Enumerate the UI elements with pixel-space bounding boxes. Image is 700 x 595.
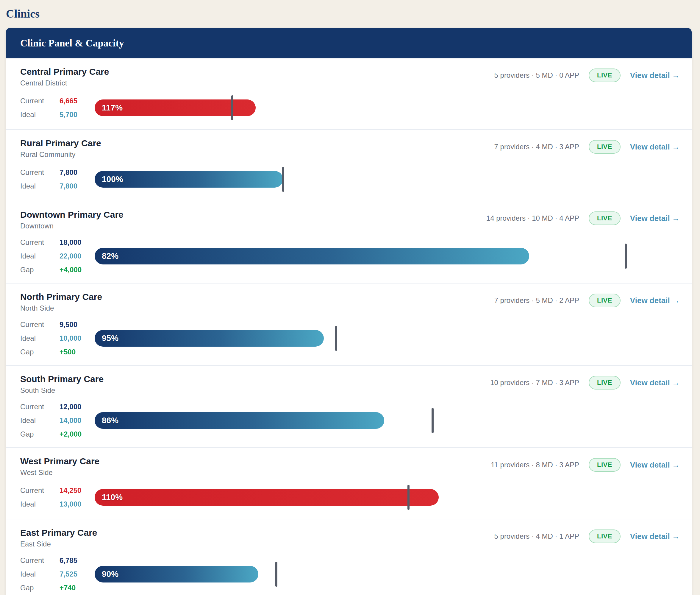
clinic-row-list: Central Primary Care Central District 5 … (6, 58, 692, 595)
clinic-name: East Primary Care (20, 527, 97, 538)
view-detail-link[interactable]: View detail → (630, 214, 680, 223)
clinic-meta: 5 providers · 4 MD · 1 APP LIVE View det… (494, 530, 680, 543)
ideal-capacity-tick (282, 167, 284, 192)
capacity-bar: 95% (95, 330, 324, 347)
card-header: Clinic Panel & Capacity (6, 28, 692, 58)
capacity-bar-area: 90% (95, 555, 680, 593)
view-detail-link[interactable]: View detail → (630, 532, 680, 541)
status-badge: LIVE (589, 140, 620, 154)
clinic-identity: Downtown Primary Care Downtown (20, 209, 123, 230)
clinic-meta: 7 providers · 5 MD · 2 APP LIVE View det… (494, 294, 680, 307)
ideal-value: 10,000 (60, 333, 95, 344)
provider-summary: 14 providers · 10 MD · 4 APP (486, 214, 579, 223)
provider-summary: 11 providers · 8 MD · 3 APP (491, 461, 579, 469)
clinics-page: Clinics Clinic Panel & Capacity Central … (0, 0, 700, 595)
status-badge: LIVE (589, 458, 620, 472)
ideal-value: 14,000 (60, 415, 95, 426)
panel-stats: Current 7,800 Ideal 7,800 Gap (20, 166, 95, 193)
status-badge: LIVE (589, 294, 620, 307)
ideal-label: Ideal (20, 569, 60, 579)
panel-stats: Current 18,000 Ideal 22,000 Gap +4,000 (20, 237, 95, 275)
clinic-name: South Primary Care (20, 373, 103, 385)
clinic-panel-capacity-card: Clinic Panel & Capacity Central Primary … (6, 28, 692, 595)
view-detail-link[interactable]: View detail → (630, 296, 680, 305)
capacity-percent-label: 86% (95, 416, 118, 425)
clinic-identity: East Primary Care East Side (20, 527, 97, 548)
gap-label: Gap (20, 429, 60, 440)
status-badge: LIVE (589, 376, 620, 390)
status-badge: LIVE (589, 68, 620, 82)
provider-summary: 5 providers · 5 MD · 0 APP (494, 71, 579, 80)
clinic-name: Rural Primary Care (20, 138, 101, 149)
view-detail-link[interactable]: View detail → (630, 71, 680, 80)
gap-label: Gap (20, 583, 60, 593)
capacity-bar: 82% (95, 248, 529, 264)
clinic-row: Downtown Primary Care Downtown 14 provid… (6, 201, 692, 284)
capacity-bar: 90% (95, 566, 258, 583)
current-label: Current (20, 485, 60, 496)
capacity-bar-area: 117% (95, 94, 680, 121)
clinic-name: Downtown Primary Care (20, 209, 123, 220)
view-detail-link[interactable]: View detail → (630, 378, 680, 388)
current-value: 12,000 (60, 401, 95, 412)
gap-value: +2,000 (60, 429, 95, 440)
clinic-identity: West Primary Care West Side (20, 456, 99, 477)
clinic-location: East Side (20, 540, 97, 548)
capacity-percent-label: 100% (95, 174, 123, 184)
clinic-location: Rural Community (20, 150, 101, 159)
provider-summary: 7 providers · 4 MD · 3 APP (494, 143, 579, 151)
ideal-value: 13,000 (60, 499, 95, 510)
current-label: Current (20, 95, 60, 106)
clinic-row: North Primary Care North Side 7 provider… (6, 284, 692, 366)
clinic-row: East Primary Care East Side 5 providers … (6, 519, 692, 595)
ideal-capacity-tick (231, 95, 233, 120)
current-label: Current (20, 401, 60, 412)
clinic-meta: 14 providers · 10 MD · 4 APP LIVE View d… (486, 211, 680, 225)
ideal-capacity-tick (335, 326, 337, 351)
capacity-percent-label: 117% (95, 103, 123, 113)
gap-value: +740 (60, 583, 95, 593)
capacity-bar-area: 95% (95, 319, 680, 357)
clinic-name: West Primary Care (20, 456, 99, 467)
clinic-meta: 10 providers · 7 MD · 3 APP LIVE View de… (490, 376, 680, 390)
panel-stats: Current 6,665 Ideal 5,700 Gap (20, 94, 95, 121)
capacity-percent-label: 110% (95, 492, 123, 502)
ideal-value: 22,000 (60, 251, 95, 261)
ideal-label: Ideal (20, 109, 60, 120)
clinic-identity: Rural Primary Care Rural Community (20, 138, 101, 159)
ideal-label: Ideal (20, 415, 60, 426)
provider-summary: 10 providers · 7 MD · 3 APP (490, 378, 579, 387)
ideal-capacity-tick (625, 244, 627, 268)
card-title: Clinic Panel & Capacity (20, 38, 124, 49)
gap-value: +500 (60, 347, 95, 357)
clinic-location: Downtown (20, 222, 123, 230)
status-badge: LIVE (589, 211, 620, 225)
capacity-percent-label: 82% (95, 251, 118, 261)
current-value: 18,000 (60, 237, 95, 248)
ideal-value: 5,700 (60, 109, 95, 120)
view-detail-link[interactable]: View detail → (630, 460, 680, 470)
clinic-identity: South Primary Care South Side (20, 373, 103, 395)
clinic-row: Rural Primary Care Rural Community 7 pro… (6, 130, 692, 201)
current-label: Current (20, 237, 60, 248)
current-value: 14,250 (60, 485, 95, 496)
clinic-identity: North Primary Care North Side (20, 291, 102, 313)
capacity-bar-area: 86% (95, 401, 680, 440)
clinic-location: North Side (20, 304, 102, 313)
capacity-bar-area: 100% (95, 166, 680, 193)
current-label: Current (20, 167, 60, 178)
panel-stats: Current 6,785 Ideal 7,525 Gap +740 (20, 555, 95, 593)
clinic-row: South Primary Care South Side 10 provide… (6, 366, 692, 448)
capacity-percent-label: 90% (95, 569, 118, 579)
view-detail-link[interactable]: View detail → (630, 142, 680, 151)
status-badge: LIVE (589, 530, 620, 543)
capacity-bar: 100% (95, 171, 283, 188)
clinic-location: Central District (20, 79, 109, 88)
clinic-meta: 11 providers · 8 MD · 3 APP LIVE View de… (491, 458, 680, 472)
capacity-bar: 86% (95, 412, 384, 429)
panel-stats: Current 14,250 Ideal 13,000 Gap (20, 484, 95, 511)
capacity-bar-area: 110% (95, 484, 680, 511)
clinic-identity: Central Primary Care Central District (20, 66, 109, 88)
ideal-capacity-tick (407, 485, 409, 510)
gap-label: Gap (20, 347, 60, 357)
